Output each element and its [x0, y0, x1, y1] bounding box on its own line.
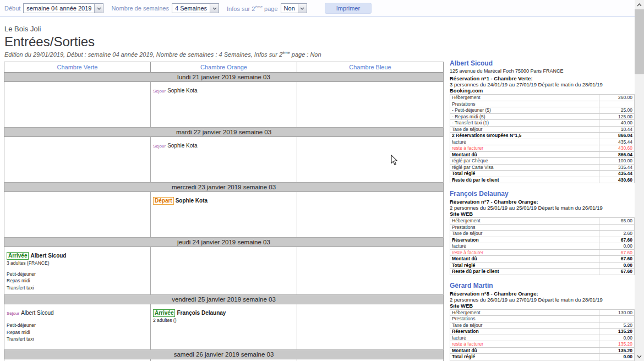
- day-cell: [4, 359, 151, 361]
- fee-value: 100.00: [599, 158, 635, 165]
- start-week-label: Début: [4, 5, 20, 12]
- vertical-scrollbar[interactable]: [635, 0, 644, 361]
- column-header-chambre-orange: Chambre Orange: [151, 62, 297, 72]
- fee-label: Taxe de séjour: [450, 126, 599, 133]
- day-cell: [297, 304, 444, 349]
- fee-value: 0.00: [599, 354, 635, 360]
- fee-value: 67.60: [599, 237, 635, 243]
- fee-row: Taxe de séjour 2.60: [450, 231, 635, 237]
- client-block-gerard-martin: Gérard Martin Réservation n°8 - Chambre …: [450, 282, 635, 361]
- page-title: Entrées/Sorties: [4, 35, 450, 49]
- weeks-count-select[interactable]: 4 Semaines: [172, 3, 219, 13]
- client-name: Albert Sicoud: [450, 59, 635, 67]
- fee-value: 0.00: [599, 335, 635, 341]
- day-cell: ArrivéeAlbert Sicoud 3 adultes (FRANCE) …: [4, 247, 151, 294]
- fee-label: Taxe de séjour: [450, 322, 599, 329]
- calendar-header-row: Chambre Verte Chambre Orange Chambre Ble…: [4, 62, 444, 72]
- fee-row: 2 Réservations Groupées N°1,5 866.04: [450, 133, 635, 139]
- reservation-title: Réservation n°8 - Chambre Orange:: [450, 291, 635, 297]
- guest-name: Albert Sicoud: [21, 310, 53, 316]
- day-cell: [297, 81, 444, 127]
- scrollbar-thumb[interactable]: [635, 9, 644, 74]
- fee-value: 135.20: [599, 329, 635, 335]
- fee-value: 435.44: [599, 171, 635, 177]
- business-name: Le Bois Joli: [4, 25, 450, 33]
- fee-label: Réservation: [450, 237, 599, 243]
- day-cell: SéjourSophie Kota: [151, 81, 297, 127]
- second-page-info-label: Infos sur 2ème page: [227, 5, 278, 12]
- fee-value: 435.44: [599, 139, 635, 145]
- client-address: 125 avenue du Marécal Foch 75000 Paris F…: [450, 68, 635, 74]
- services-list: Petit-déjeuner Repas midi Transfert taxi: [7, 322, 148, 343]
- fee-row: reste à facturer 135.20: [450, 341, 635, 348]
- fee-label: - Repas midi (5): [450, 113, 599, 120]
- column-header-chambre-verte: Chambre Verte: [4, 62, 151, 72]
- departure-badge: Départ: [153, 197, 174, 205]
- report-page: Le Bois Joli Entrées/Sorties Edition du …: [0, 17, 450, 361]
- day-cell: [4, 192, 151, 237]
- arrival-badge: Arrivée: [153, 309, 175, 317]
- day-cell: [4, 81, 151, 127]
- fee-table: Hébergement 65.00 Prestations Taxe de sé…: [450, 217, 635, 275]
- reservation-source: Site WEB: [450, 303, 635, 309]
- start-week-value: semaine 04 année 2019: [24, 4, 94, 13]
- day-band: jeudi 24 janvier 2019 semaine 03: [4, 237, 444, 247]
- reservation-title: Réservation n°7 - Chambre Orange:: [450, 199, 635, 205]
- fee-row: reste à facturer 430.60: [450, 145, 635, 152]
- day-band: mardi 22 janvier 2019 semaine 03: [4, 127, 444, 136]
- fee-value: 866.04: [599, 133, 635, 139]
- scroll-up-icon[interactable]: [635, 0, 644, 9]
- fee-row: Total réglé 435.44: [450, 171, 635, 177]
- fee-value: 866.04: [599, 151, 635, 158]
- day-cell: [297, 359, 444, 361]
- fee-row: Taxe de séjour 5.20: [450, 322, 635, 329]
- fee-table: Hébergement 260.00 Prestations - Petit-d…: [450, 94, 635, 183]
- fee-value: 430.60: [599, 177, 635, 183]
- client-name: François Delaunay: [450, 190, 635, 198]
- fee-label: facturé: [450, 335, 599, 341]
- fee-label: Total réglé: [450, 171, 599, 177]
- day-band: vendredi 25 janvier 2019 semaine 03: [4, 294, 444, 304]
- chevron-down-icon: [298, 4, 307, 13]
- fee-value: 40.00: [599, 120, 635, 127]
- reservation-source: Booking.com: [450, 87, 635, 94]
- fee-label: Prestations: [450, 316, 599, 322]
- start-week-select[interactable]: semaine 04 année 2019: [23, 3, 103, 13]
- fee-value: 65.00: [599, 218, 635, 225]
- fee-value: 67.60: [599, 269, 635, 275]
- fee-label: reste à facturer: [450, 341, 599, 348]
- fee-row: Montant dû 135.20: [450, 347, 635, 354]
- fee-value: 260.00: [599, 95, 635, 101]
- fee-value: 125.00: [599, 113, 635, 120]
- fee-row: Reste dû par le client 67.60: [450, 269, 635, 275]
- toolbar: Début semaine 04 année 2019 Nombre de se…: [0, 0, 635, 17]
- print-button[interactable]: Imprimer: [325, 3, 372, 14]
- guest-count: 3 adultes (FRANCE): [7, 260, 148, 266]
- fee-value: [599, 316, 635, 322]
- fee-label: 2 Réservations Groupées N°1,5: [450, 133, 599, 139]
- reservation-details: 3 personnes du 24/01/19 au 27/01/19 Dépa…: [450, 81, 635, 87]
- day-cell: [151, 359, 297, 361]
- calendar-table: Chambre Verte Chambre Orange Chambre Ble…: [4, 62, 444, 361]
- fee-table: Hébergement 130.00 Prestations Taxe de s…: [450, 309, 635, 361]
- fee-value: 430.60: [599, 145, 635, 152]
- weeks-count-value: 4 Semaines: [172, 4, 210, 13]
- fee-row: facturé 0.00: [450, 243, 635, 250]
- fee-label: - Transfert taxi (1): [450, 120, 599, 127]
- fee-row: Hébergement 130.00: [450, 309, 635, 316]
- reservation-source: Site WEB: [450, 211, 635, 217]
- fee-label: Total réglé: [450, 354, 599, 360]
- reservations-panel: Albert Sicoud 125 avenue du Marécal Foch…: [450, 59, 635, 361]
- fee-label: Hébergement: [450, 309, 599, 316]
- day-row: SéjourSophie Kota: [4, 81, 444, 127]
- fee-value: 135.20: [599, 347, 635, 354]
- second-page-info-select[interactable]: Non: [281, 3, 307, 13]
- chevron-down-icon: [94, 4, 103, 13]
- fee-row: Taxe de séjour 10.44: [450, 126, 635, 133]
- scroll-down-icon[interactable]: [635, 352, 644, 361]
- day-band: lundi 21 janvier 2019 semaine 03: [4, 72, 444, 81]
- client-block-francois-delaunay: François Delaunay Réservation n°7 - Cham…: [450, 190, 635, 275]
- fee-label: reste à facturer: [450, 145, 599, 152]
- fee-row: Réservation 67.60: [450, 237, 635, 243]
- services-list: Petit-déjeuner Repas midi Transfert taxi: [7, 271, 148, 292]
